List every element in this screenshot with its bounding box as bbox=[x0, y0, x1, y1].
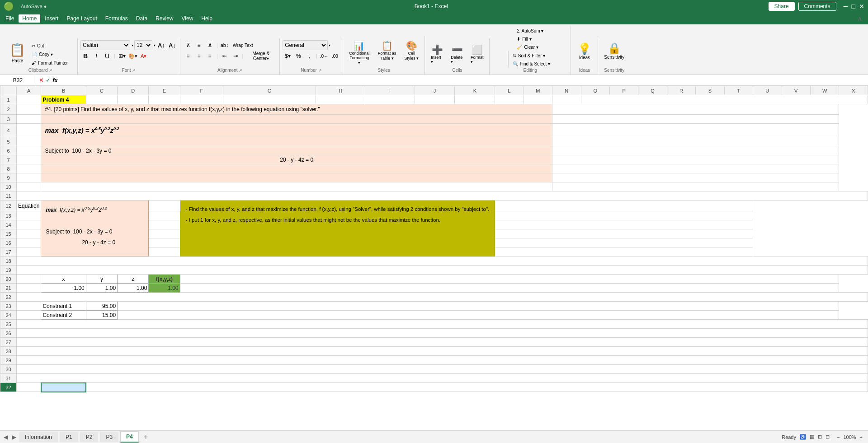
col-header-m[interactable]: M bbox=[524, 86, 552, 95]
insert-button[interactable]: ➕ Insert ▾ bbox=[428, 40, 447, 68]
insert-function-button[interactable]: fx bbox=[52, 77, 58, 84]
find-select-button[interactable]: 🔍 Find & Select ▾ bbox=[510, 60, 552, 68]
col-header-g[interactable]: G bbox=[223, 86, 316, 95]
cell-reference-box[interactable] bbox=[0, 75, 36, 85]
cell-m1[interactable] bbox=[524, 95, 552, 104]
cell-l1[interactable] bbox=[495, 95, 524, 104]
menu-data[interactable]: Data bbox=[132, 14, 151, 23]
col-header-l[interactable]: L bbox=[495, 86, 524, 95]
align-right-button[interactable]: ≡ bbox=[205, 51, 215, 61]
cell-b1[interactable]: Problem 4 bbox=[41, 95, 86, 104]
col-header-p[interactable]: P bbox=[609, 86, 638, 95]
col-header-u[interactable]: U bbox=[753, 86, 782, 95]
zoom-out-button[interactable]: − bbox=[837, 434, 840, 440]
cell-d1[interactable] bbox=[118, 95, 149, 104]
cancel-formula-button[interactable]: ✕ bbox=[39, 77, 44, 84]
fill-color-button[interactable]: 🎨▾ bbox=[128, 51, 138, 61]
cell-y-value[interactable]: 1.00 bbox=[86, 284, 117, 293]
add-sheet-button[interactable]: + bbox=[141, 432, 151, 443]
delete-button[interactable]: ➖ Delete ▾ bbox=[448, 40, 467, 68]
cell-i1[interactable] bbox=[365, 95, 415, 104]
zoom-in-button[interactable]: + bbox=[860, 434, 863, 440]
col-header-r[interactable]: R bbox=[667, 86, 695, 95]
col-header-n[interactable]: N bbox=[552, 86, 581, 95]
menu-formulas[interactable]: Formulas bbox=[102, 14, 132, 23]
cell-b32[interactable] bbox=[41, 383, 86, 392]
increase-indent-button[interactable]: ⇥ bbox=[231, 51, 241, 61]
cell-constraint1-value[interactable]: 95.00 bbox=[86, 302, 117, 311]
tab-p1[interactable]: P1 bbox=[60, 432, 78, 442]
view-pagebreak-button[interactable]: ⊟ bbox=[826, 434, 830, 440]
format-button[interactable]: ⬜ Format ▾ bbox=[467, 40, 486, 68]
italic-button[interactable]: I bbox=[91, 51, 101, 61]
format-painter-button[interactable]: 🖌 Format Painter bbox=[29, 59, 75, 67]
col-header-z-label[interactable]: z bbox=[118, 275, 149, 284]
col-header-a[interactable]: A bbox=[17, 86, 41, 95]
cell-constraint2-value[interactable]: 15.00 bbox=[86, 311, 117, 320]
conditional-formatting-button[interactable]: 📊 ConditionalFormatting ▾ bbox=[346, 38, 373, 68]
increase-font-button[interactable]: A↑ bbox=[156, 40, 166, 50]
cell-styles-button[interactable]: 🎨 CellStyles ▾ bbox=[401, 38, 422, 63]
dollar-format-button[interactable]: $▾ bbox=[283, 51, 292, 61]
cell-h1[interactable] bbox=[316, 95, 365, 104]
col-header-h[interactable]: H bbox=[316, 86, 365, 95]
grid-wrapper[interactable]: A B C D E F G H I J K L M N O P Q bbox=[0, 86, 868, 430]
sort-filter-button[interactable]: ⇅ Sort & Filter ▾ bbox=[510, 52, 552, 60]
share-button[interactable]: Share bbox=[769, 2, 795, 11]
menu-home[interactable]: Home bbox=[19, 14, 40, 23]
borders-button[interactable]: ⊞▾ bbox=[117, 51, 127, 61]
format-as-table-button[interactable]: 📋 Format asTable ▾ bbox=[375, 38, 400, 63]
cell-e1[interactable] bbox=[149, 95, 180, 104]
col-header-x[interactable]: X bbox=[839, 86, 868, 95]
col-header-x-label[interactable]: x bbox=[41, 275, 86, 284]
col-header-d[interactable]: D bbox=[118, 86, 149, 95]
tab-p4[interactable]: P4 bbox=[120, 431, 139, 443]
align-middle-button[interactable]: ≡ bbox=[194, 40, 204, 50]
clear-button[interactable]: 🧹 Clear ▾ bbox=[514, 43, 546, 51]
cell-fxyz-value[interactable]: 1.00 bbox=[149, 284, 180, 293]
autosum-button[interactable]: Σ AutoSum ▾ bbox=[514, 27, 546, 35]
col-header-j[interactable]: J bbox=[415, 86, 455, 95]
underline-button[interactable]: U bbox=[102, 51, 112, 61]
view-normal-button[interactable]: ▦ bbox=[810, 434, 814, 440]
cell-j1[interactable] bbox=[415, 95, 455, 104]
decrease-decimal-button[interactable]: .0← bbox=[319, 51, 329, 61]
fill-button[interactable]: ⬇ Fill ▾ bbox=[514, 35, 546, 43]
ribbon-collapse-button[interactable]: ∧ bbox=[854, 14, 866, 23]
col-header-k[interactable]: K bbox=[455, 86, 495, 95]
percent-button[interactable]: % bbox=[293, 51, 303, 61]
cell-x-value[interactable]: 1.00 bbox=[41, 284, 86, 293]
cell-constraint1-label[interactable]: Constraint 1 bbox=[41, 302, 86, 311]
note-box[interactable]: - Find the values of x, y, and z that ma… bbox=[180, 201, 495, 256]
confirm-formula-button[interactable]: ✓ bbox=[46, 77, 51, 84]
cell-z-value[interactable]: 1.00 bbox=[118, 284, 149, 293]
sensitivity-button[interactable]: 🔒 Sensitivity bbox=[601, 38, 627, 64]
menu-insert[interactable]: Insert bbox=[41, 14, 62, 23]
cell-a2[interactable] bbox=[17, 104, 41, 115]
col-header-y-label[interactable]: y bbox=[86, 275, 117, 284]
ideas-button[interactable]: 💡 Ideas bbox=[575, 38, 594, 64]
text-direction-button[interactable]: ab↕ bbox=[220, 40, 230, 50]
cell-b2-merged[interactable]: #4. [20 points] Find the values of x, y,… bbox=[41, 104, 552, 115]
comma-button[interactable]: , bbox=[304, 51, 314, 61]
menu-file[interactable]: File bbox=[2, 14, 18, 23]
font-name-select[interactable]: Calibri Arial Times New Roman bbox=[80, 40, 130, 50]
col-header-s[interactable]: S bbox=[696, 86, 724, 95]
maximize-button[interactable]: □ bbox=[852, 3, 855, 10]
decrease-indent-button[interactable]: ⇤ bbox=[220, 51, 230, 61]
col-header-o[interactable]: O bbox=[581, 86, 609, 95]
cell-g1[interactable] bbox=[223, 95, 316, 104]
menu-page-layout[interactable]: Page Layout bbox=[63, 14, 100, 23]
font-size-select[interactable]: 12 10 11 14 bbox=[134, 40, 152, 50]
col-header-v[interactable]: V bbox=[782, 86, 810, 95]
bold-button[interactable]: B bbox=[80, 51, 90, 61]
equation-box[interactable]: max f(x,y,z) = x0.5y0.2z0.2 Subject to 1… bbox=[41, 201, 149, 256]
cell-n1[interactable] bbox=[552, 95, 581, 104]
align-top-button[interactable]: ⊼ bbox=[183, 40, 193, 50]
scroll-tabs-left-button[interactable]: ◀ bbox=[2, 432, 9, 442]
col-header-e[interactable]: E bbox=[149, 86, 180, 95]
menu-review[interactable]: Review bbox=[152, 14, 177, 23]
tab-p2[interactable]: P2 bbox=[80, 432, 99, 442]
tab-p3[interactable]: P3 bbox=[100, 432, 118, 442]
font-color-button[interactable]: A▾ bbox=[139, 51, 149, 61]
